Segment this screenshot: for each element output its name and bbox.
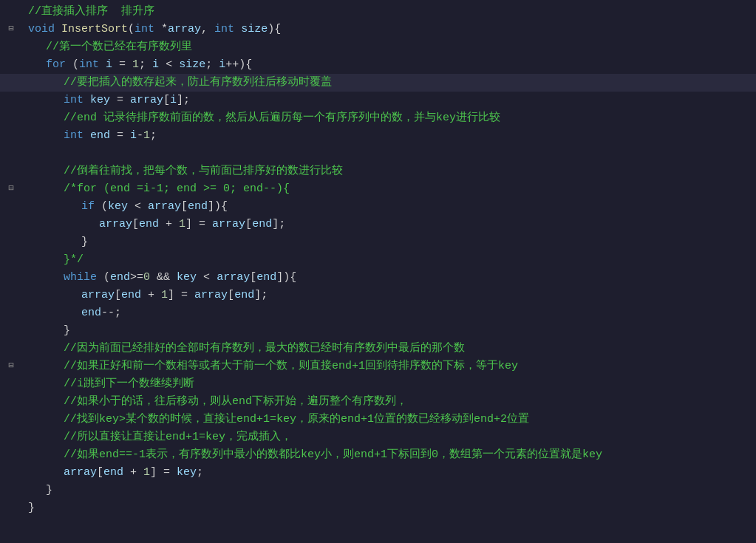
line-content-27: array[end + 1] = key; — [22, 464, 756, 482]
star: * — [161, 21, 168, 38]
paren-close-brace: ){ — [268, 21, 281, 38]
line-content-4: for (int i = 1; i < size; i++){ — [22, 56, 756, 74]
arr-name2: array — [148, 198, 181, 216]
keyword-int-end: int — [64, 127, 90, 145]
fold-icon-21[interactable]: ⊟ — [8, 359, 13, 373]
code-line-26: //如果end==-1表示，有序数列中最小的数都比key小，则end+1下标回到… — [0, 446, 756, 464]
line-content-25: //所以直接让直接让end+1=key，完成插入， — [22, 428, 756, 446]
bracket4: ]){ — [208, 198, 228, 216]
code-line-6: int key = array[i]; — [0, 92, 756, 109]
bracket2: ]; — [177, 92, 190, 109]
gutter-7 — [0, 109, 22, 127]
var-end6: end — [121, 287, 141, 304]
close-while: } — [64, 322, 70, 340]
semi2: ; — [205, 56, 219, 74]
line-content-21: //如果正好和前一个数相等或者大于前一个数，则直接end+1回到待排序数的下标，… — [22, 358, 756, 375]
code-line-1: //直接插入排序 排升序 — [0, 3, 756, 21]
fold-icon-11[interactable]: ⊟ — [8, 182, 13, 196]
gte: >= — [130, 269, 143, 287]
param-array: array — [168, 21, 201, 38]
close-if: } — [81, 233, 88, 251]
gutter-21[interactable]: ⊟ — [0, 358, 22, 375]
minus1: - — [137, 127, 143, 145]
comment-20: //因为前面已经排好的全部时有序数列，最大的数已经时有序数列中最后的那个数 — [64, 340, 465, 358]
arr-name7: array — [194, 287, 228, 304]
fold-icon-2[interactable]: ⊟ — [8, 22, 13, 36]
comment-10: //倒着往前找，把每个数，与前面已排序好的数进行比较 — [64, 163, 343, 180]
num-1e: 1 — [143, 464, 150, 482]
code-line-27: array[end + 1] = key; — [0, 464, 756, 482]
arr-name6: array — [81, 287, 115, 304]
gutter-11[interactable]: ⊟ — [0, 180, 22, 198]
var-end4: end — [110, 269, 130, 287]
line-content-11: /*for (end =i-1; end >= 0; end--){ — [22, 180, 756, 198]
gutter-9 — [0, 145, 22, 163]
gutter-3 — [0, 38, 22, 56]
semi1: ; — [139, 56, 152, 74]
param-size: size — [241, 21, 268, 38]
semi4: ; — [197, 464, 203, 482]
bracket13: [ — [228, 287, 234, 304]
code-line-22: //i跳到下一个数继续判断 — [0, 375, 756, 393]
comment-23: //如果小于的话，往后移动，则从end下标开始，遍历整个有序数列， — [64, 393, 407, 411]
line-content-19: } — [22, 322, 756, 340]
num-1c: 1 — [179, 216, 185, 233]
var-end1: end — [188, 198, 208, 216]
gutter-16 — [0, 269, 22, 287]
line-content-18: end--; — [22, 304, 756, 322]
decr: --; — [101, 304, 121, 322]
code-line-19: } — [0, 322, 756, 340]
code-line-20: //因为前面已经排好的全部时有序数列，最大的数已经时有序数列中最后的那个数 — [0, 340, 756, 358]
gutter-22 — [0, 375, 22, 393]
gutter-18 — [0, 304, 22, 322]
line-content-3: //第一个数已经在有序数列里 — [22, 38, 756, 56]
code-line-5: //要把插入的数存起来，防止有序数列往后移动时覆盖 — [0, 74, 756, 92]
comment-26: //如果end==-1表示，有序数列中最小的数都比key小，则end+1下标回到… — [64, 446, 602, 464]
code-content: //直接插入排序 排升序 ⊟ void InsertSort(int *arra… — [0, 0, 756, 520]
comment-25: //所以直接让直接让end+1=key，完成插入， — [64, 428, 292, 446]
gutter-15 — [0, 251, 22, 269]
var-end3: end — [252, 216, 272, 233]
eq3: = — [110, 127, 130, 145]
line-content-7: //end 记录待排序数前面的数，然后从后遍历每一个有序序列中的数，并与key进… — [22, 109, 756, 127]
code-line-12: if (key < array[end]){ — [0, 198, 756, 216]
gutter-28 — [0, 482, 22, 499]
keyword-int-i: int — [79, 56, 106, 74]
bracket7: [ — [245, 216, 252, 233]
gutter-23 — [0, 393, 22, 411]
code-line-3: //第一个数已经在有序数列里 — [0, 38, 756, 56]
gutter-10 — [0, 163, 22, 180]
var-end: end — [90, 127, 110, 145]
var-end2: end — [139, 216, 159, 233]
num-1b: 1 — [143, 127, 150, 145]
gutter-8 — [0, 127, 22, 145]
var-end8: end — [81, 304, 101, 322]
bracket5: [ — [132, 216, 139, 233]
line-content-2: void InsertSort(int *array, int size){ — [22, 21, 756, 38]
comma1: , — [201, 21, 214, 38]
bracket8: ]; — [272, 216, 285, 233]
comment-7: //end 记录待排序数前面的数，然后从后遍历每一个有序序列中的数，并与key进… — [64, 109, 500, 127]
var-end5: end — [256, 269, 276, 287]
num-1d: 1 — [161, 287, 168, 304]
for-paren: ( — [72, 56, 79, 74]
comment-for-end: }*/ — [64, 251, 84, 269]
close-void: } — [28, 499, 35, 517]
gutter-2[interactable]: ⊟ — [0, 21, 22, 38]
keyword-int-key: int — [64, 92, 90, 109]
var-i: i — [106, 56, 112, 74]
code-line-2: ⊟ void InsertSort(int *array, int size){ — [0, 21, 756, 38]
num-1: 1 — [132, 56, 139, 74]
line-content-20: //因为前面已经排好的全部时有序数列，最大的数已经时有序数列中最后的那个数 — [22, 340, 756, 358]
line-content-12: if (key < array[end]){ — [22, 198, 756, 216]
code-line-13: array[end + 1] = array[end]; — [0, 216, 756, 233]
line-content-17: array[end + 1] = array[end]; — [22, 287, 756, 304]
gutter-12 — [0, 198, 22, 216]
gutter-29 — [0, 499, 22, 517]
line-content-29: } — [22, 499, 756, 517]
keyword-if: if — [81, 198, 101, 216]
gutter-4 — [0, 56, 22, 74]
gutter-20 — [0, 340, 22, 358]
code-line-16: while (end>=0 && key < array[end]){ — [0, 269, 756, 287]
bracket11: [ — [115, 287, 121, 304]
